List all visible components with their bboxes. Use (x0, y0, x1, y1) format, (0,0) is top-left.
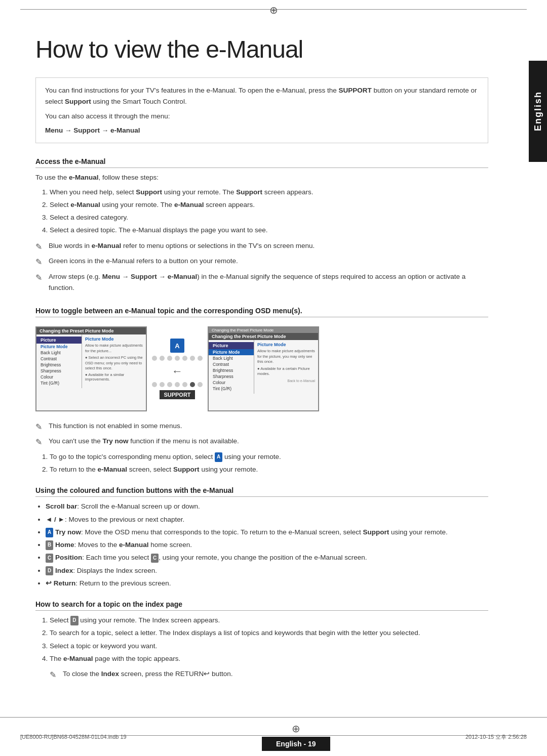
section1-steps-list: When you need help, select Support using… (35, 187, 488, 236)
left-menu-item: Brightness (36, 362, 82, 368)
note-text: This function is not enabled in some men… (49, 421, 182, 432)
nav-dot (167, 356, 172, 361)
nav-dot (175, 382, 180, 387)
left-arrow-icon: ← (172, 365, 183, 378)
step-item: Select D using your remote. The Index sc… (50, 615, 488, 626)
bullet-item: A Try now: Move the OSD menu that corres… (46, 527, 488, 538)
footer-timestamp: 2012-10-15 오후 2:56:28 (465, 733, 527, 741)
right-content-text2: ● Available for a certain Picture modes. (257, 366, 315, 377)
left-content-title: Picture Mode (85, 337, 143, 342)
pencil-icon: ✎ (50, 668, 61, 682)
left-tv-screen: Changing the Preset Picture Mode Picture… (35, 326, 147, 411)
section4-steps-list: Select D using your remote. The Index sc… (35, 615, 488, 664)
footer-center-area: ⊕ English - 19 (262, 723, 330, 751)
pencil-icon: ✎ (35, 271, 47, 284)
left-menu-item: Colour (36, 374, 82, 380)
right-tv-screen: Changing the Preset Picture Mode Changin… (208, 326, 319, 411)
note-text: To close the Index screen, press the RET… (63, 668, 232, 680)
a-btn-icon: A (46, 528, 53, 537)
nav-dot (182, 356, 187, 361)
right-content-panel: Picture Mode Allow to make picture adjus… (254, 340, 318, 394)
c-btn-icon2: C (151, 554, 159, 563)
nav-dot-active (190, 382, 195, 387)
left-content-text: Allow to make picture adjustments for th… (85, 343, 143, 354)
page-wrapper: ⊕ English How to view the e-Manual You c… (0, 0, 547, 756)
step-item: Select a topic or keyword you want. (50, 641, 488, 652)
section1-intro: To use the e-Manual, follow these steps: (35, 172, 488, 183)
step-item: Select e-Manual using your remote. The e… (50, 199, 488, 211)
pencil-icon: ✎ (35, 421, 47, 434)
section1-header: Access the e-Manual (35, 157, 488, 168)
left-content-text3: ● Available for a similar improvements. (85, 372, 143, 382)
right-menu-item-selected: Picture Mode (209, 349, 254, 355)
bullet-item: Scroll bar: Scroll the e-Manual screen u… (46, 501, 488, 512)
section2-steps-list: To go to the topic's corresponding menu … (35, 451, 488, 476)
pencil-icon: ✎ (35, 256, 47, 269)
left-menu-panel: Picture Picture Mode Back Light Contrast… (36, 334, 82, 388)
right-menu-item: Back Light (209, 355, 254, 361)
top-compass-icon: ⊕ (269, 4, 278, 16)
nav-dot (152, 382, 157, 387)
section3-header: Using the coloured and function buttons … (35, 486, 488, 497)
right-menu-item: Brightness (209, 367, 254, 373)
right-screen-header: Changing the Preset Picture Mode (209, 333, 318, 340)
note-text: Arrow steps (e.g. Menu → Support → e-Man… (49, 271, 488, 294)
note-item: ✎ Green icons in the e-Manual refers to … (35, 256, 488, 269)
main-content: How to view the e-Manual You can find in… (0, 0, 547, 715)
left-menu-title: Picture (36, 337, 82, 344)
step-item: Select a desired category. (50, 212, 488, 223)
right-screen-top-header: Changing the Preset Picture Mode (209, 327, 318, 333)
section2-header: How to toggle between an e-Manual topic … (35, 307, 488, 317)
note-text: Blue words in e-Manual refer to menu opt… (49, 240, 315, 251)
nav-dot (182, 382, 187, 387)
left-content-text2: ● Select an incorrect PC using the OSD m… (85, 355, 143, 371)
b-btn-icon: B (46, 540, 53, 550)
note-item: ✎ Blue words in e-Manual refer to menu o… (35, 240, 488, 254)
bullet-item: D Index: Displays the Index screen. (46, 565, 488, 576)
right-menu-title: Picture (209, 342, 254, 349)
footer-page-label: English - 19 (262, 737, 330, 751)
pencil-icon: ✎ (35, 436, 47, 449)
d-btn-icon: D (46, 566, 53, 576)
step-item: Select a desired topic. The e-Manual dis… (50, 225, 488, 236)
intro-line1: You can find instructions for your TV's … (45, 85, 479, 108)
step-item: When you need help, select Support using… (50, 187, 488, 198)
back-to-emanual: Back to e-Manual (257, 379, 315, 383)
intro-line2: You can also access it through the menu: (45, 111, 479, 122)
intro-box: You can find instructions for your TV's … (35, 77, 488, 143)
nav-dot (167, 382, 172, 387)
pencil-icon: ✎ (35, 240, 47, 254)
left-menu-item: Back Light (36, 350, 82, 356)
nav-dot (198, 356, 203, 361)
left-menu-item: Tint (G/R) (36, 380, 82, 386)
right-language-tab: English (529, 61, 547, 162)
note-item: ✎ You can't use the Try now function if … (35, 436, 488, 449)
right-menu-item: Tint (G/R) (209, 386, 254, 392)
nav-dot (160, 382, 165, 387)
right-menu-item: Colour (209, 380, 254, 386)
note-item: ✎ This function is not enabled in some m… (35, 421, 488, 434)
step-item: To return to the e-Manual screen, select… (50, 464, 488, 475)
section4-header: How to search for a topic on the index p… (35, 600, 488, 611)
bullet-item: C Position: Each time you select C, usin… (46, 552, 488, 563)
right-menu-item: Contrast (209, 361, 254, 367)
left-menu-item-selected: Picture Mode (36, 344, 82, 350)
dots-bottom-row (152, 382, 203, 387)
section3-bullets: Scroll bar: Scroll the e-Manual screen u… (35, 501, 488, 589)
left-menu-item: Sharpness (36, 368, 82, 374)
a-button-icon: A (170, 339, 184, 353)
bullet-item: ↩ Return: Return to the previous screen. (46, 578, 488, 589)
footer-compass-icon: ⊕ (292, 723, 300, 735)
nav-dot (152, 356, 157, 361)
section4-note: ✎ To close the Index screen, press the R… (35, 668, 488, 682)
intro-bold-support: SUPPORT (338, 87, 371, 94)
right-screen-body: Picture Picture Mode Back Light Contrast… (209, 340, 318, 394)
note-item: ✎ Arrow steps (e.g. Menu → Support → e-M… (35, 271, 488, 294)
dots-top-row (152, 356, 203, 361)
nav-dot (190, 356, 195, 361)
support-label: SUPPORT (160, 390, 194, 399)
right-tab-label: English (533, 91, 543, 131)
a-button-inline: A (215, 452, 222, 462)
left-screen-body: Picture Picture Mode Back Light Contrast… (36, 334, 146, 388)
step-item: To go to the topic's corresponding menu … (50, 451, 488, 463)
